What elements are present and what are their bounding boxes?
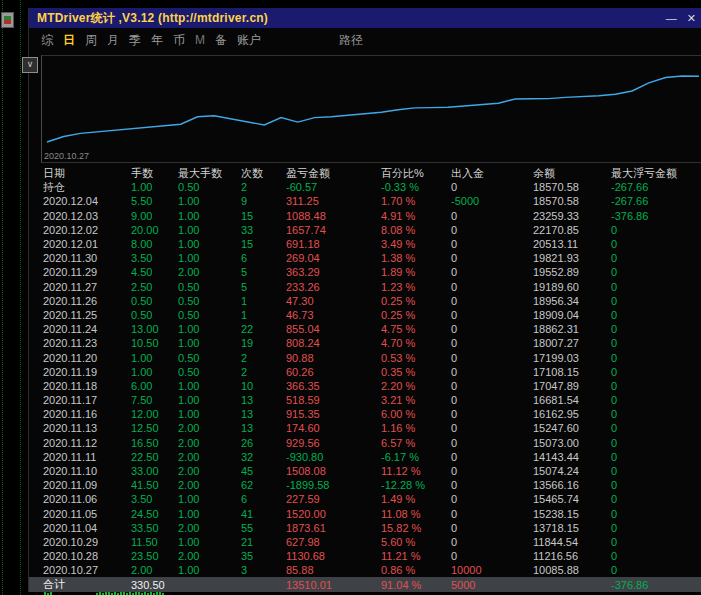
- table-row-io: 0: [451, 266, 533, 278]
- table-row-pl: 1657.74: [286, 224, 381, 236]
- menu-item-m[interactable]: M: [195, 33, 205, 47]
- table-row: 2020.11.0941.502.0062-1899.58-12.28 %013…: [29, 478, 701, 492]
- table-row-max_lots: 1.00: [178, 564, 241, 576]
- menu-item-account[interactable]: 账户: [237, 32, 261, 49]
- table-row-io: 0: [451, 295, 533, 307]
- table-row-max_lots: 1.00: [178, 210, 241, 222]
- table-row: 2020.12.039.001.00151088.484.91 %023259.…: [29, 209, 701, 223]
- indicator-glyph-icon: [4, 16, 11, 24]
- table-row-io: 0: [451, 394, 533, 406]
- table-row-io: 0: [451, 224, 533, 236]
- table-row-balance: 18862.31: [533, 323, 611, 335]
- table-row-date: 2020.11.18: [43, 380, 131, 392]
- table-header-row-header-6: 出入金: [451, 166, 533, 181]
- table-row-balance: 11844.54: [533, 536, 611, 548]
- close-button[interactable]: ✕: [687, 8, 696, 28]
- minimize-button[interactable]: —: [666, 8, 677, 28]
- table-row-pl: 1520.00: [286, 508, 381, 520]
- table-row-max_float: 0: [611, 295, 701, 307]
- table-header-row-header-8: 最大浮亏金额: [611, 166, 701, 181]
- table-header-row-header-3: 次数: [241, 166, 286, 181]
- menu-item-note[interactable]: 备: [215, 32, 227, 49]
- table-row-balance: 15465.74: [533, 493, 611, 505]
- table-row-count: 35: [241, 550, 286, 562]
- table-row-balance: 15073.00: [533, 437, 611, 449]
- table-row-max_float: 0: [611, 266, 701, 278]
- table-row: 2020.11.250.500.50146.730.25 %018909.040: [29, 308, 701, 322]
- table-row-balance: 18909.04: [533, 309, 611, 321]
- grid-line: [20, 0, 21, 595]
- menu-item-monthly[interactable]: 月: [107, 32, 119, 49]
- table-row-max_float: 0: [611, 224, 701, 236]
- table-row-count: 13: [241, 422, 286, 434]
- toolbar-icon[interactable]: [1, 12, 14, 28]
- table-row-max_float: 0: [611, 238, 701, 250]
- table-row-count: 45: [241, 465, 286, 477]
- table-header-row-header-7: 余额: [533, 166, 611, 181]
- menu-item-yearly[interactable]: 年: [151, 32, 163, 49]
- collapse-button[interactable]: ∨: [22, 57, 38, 73]
- table-row-pct: 8.08 %: [381, 224, 451, 236]
- table-row-pct: 0.53 %: [381, 352, 451, 364]
- menu-item-path[interactable]: 路径: [339, 32, 363, 49]
- table-row-count: 2: [241, 352, 286, 364]
- table-row-io: 0: [451, 238, 533, 250]
- table-row-lots: 2.00: [131, 564, 178, 576]
- table-row-pl: 1508.08: [286, 465, 381, 477]
- table-row-lots: 10.50: [131, 337, 178, 349]
- table-row-max_float: 0: [611, 380, 701, 392]
- menu-item-quarterly[interactable]: 季: [129, 32, 141, 49]
- table-row-io: 0: [451, 352, 533, 364]
- table-row: 2020.11.272.500.505233.261.23 %019189.60…: [29, 280, 701, 294]
- table-row: 2020.11.186.001.0010366.352.20 %017047.8…: [29, 379, 701, 393]
- table-row-count: 22: [241, 323, 286, 335]
- table-total-row-io: 5000: [451, 579, 533, 591]
- table-row: 2020.11.177.501.0013518.593.21 %016681.5…: [29, 393, 701, 407]
- table-row-pct: 1.70 %: [381, 195, 451, 207]
- table-row-pct: 1.49 %: [381, 493, 451, 505]
- table-row-count: 6: [241, 252, 286, 264]
- table-row-date: 2020.11.16: [43, 408, 131, 420]
- table-row-lots: 11.50: [131, 536, 178, 548]
- table-row-balance: 18956.34: [533, 295, 611, 307]
- table-row-pl: 90.88: [286, 352, 381, 364]
- table-row-balance: 16162.95: [533, 408, 611, 420]
- table-row-io: 0: [451, 508, 533, 520]
- table-row-pl: 366.35: [286, 380, 381, 392]
- menu-item-daily[interactable]: 日: [63, 32, 75, 49]
- table-row-max_lots: 1.00: [178, 323, 241, 335]
- menu-item-weekly[interactable]: 周: [85, 32, 97, 49]
- table-row-max_lots: 2.00: [178, 465, 241, 477]
- menu-bar: 综日周月季年币M备账户路径: [29, 28, 701, 52]
- table-row-date: 2020.12.02: [43, 224, 131, 236]
- menu-item-currency[interactable]: 币: [173, 32, 185, 49]
- table-row-max_float: 0: [611, 508, 701, 520]
- equity-chart-panel: 2020.10.27: [41, 55, 701, 163]
- table-row-count: 41: [241, 508, 286, 520]
- table-row-balance: 18570.58: [533, 195, 611, 207]
- table-header-row-header-4: 盈亏金额: [286, 166, 381, 181]
- window-title: MTDriver统计 ,V3.12 (http://mtdriver.cn): [37, 10, 268, 27]
- table-row-count: 2: [241, 181, 286, 193]
- menu-item-summary[interactable]: 综: [41, 32, 53, 49]
- titlebar[interactable]: MTDriver统计 ,V3.12 (http://mtdriver.cn) —…: [29, 8, 701, 28]
- table-row-max_float: 0: [611, 394, 701, 406]
- table-row-max_lots: 2.00: [178, 479, 241, 491]
- table-row-max_float: 0: [611, 522, 701, 534]
- table-header-row: 日期手数最大手数次数盈亏金额百分比%出入金余额最大浮亏金额: [29, 166, 701, 180]
- table-row-date: 2020.10.29: [43, 536, 131, 548]
- table-row-count: 1: [241, 309, 286, 321]
- table-row-date: 2020.10.28: [43, 550, 131, 562]
- table-row: 2020.11.1312.502.0013174.601.16 %015247.…: [29, 421, 701, 435]
- table-row-pl: 691.18: [286, 238, 381, 250]
- table-total-row-pl: 13510.01: [286, 579, 381, 591]
- table-row: 2020.11.0433.502.00551873.6115.82 %01371…: [29, 521, 701, 535]
- table-row-date: 2020.11.04: [43, 522, 131, 534]
- table-row-pl: 808.24: [286, 337, 381, 349]
- table-row: 2020.11.294.502.005363.291.89 %019552.89…: [29, 265, 701, 279]
- table-row-max_lots: 1.00: [178, 252, 241, 264]
- table-row-io: 0: [451, 252, 533, 264]
- table-row-count: 6: [241, 493, 286, 505]
- table-row-max_lots: 1.00: [178, 337, 241, 349]
- table-row-io: 0: [451, 437, 533, 449]
